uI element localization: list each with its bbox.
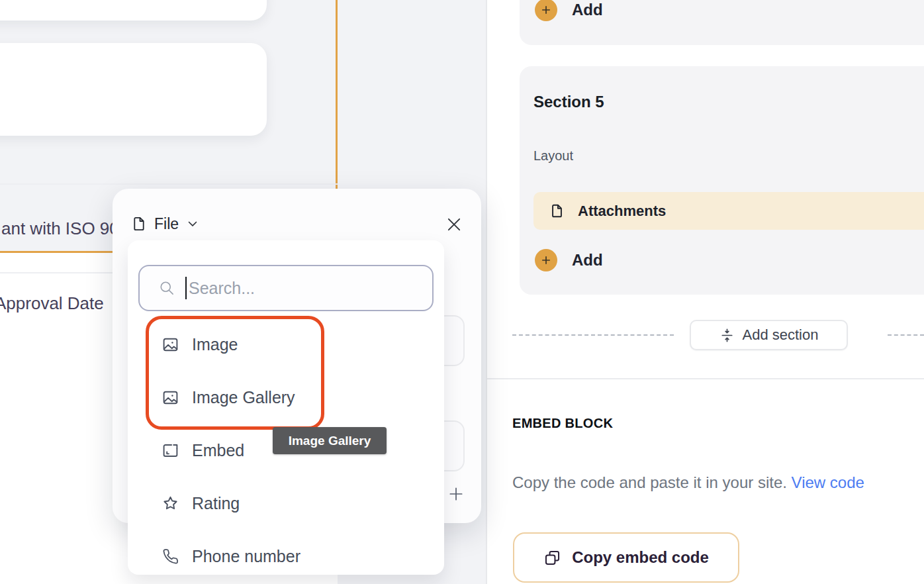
search-box [138, 265, 434, 311]
add-field-button[interactable]: Add [535, 0, 603, 21]
menu-item-rating[interactable]: Rating [128, 477, 444, 530]
plus-circle-icon [535, 0, 557, 21]
field-type-dropdown: Image Image Gallery Embed Rating [128, 240, 444, 575]
tooltip: Image Gallery [273, 427, 387, 454]
embed-block-description: Copy the code and paste it in your site.… [512, 473, 864, 492]
field-row-divider [0, 183, 338, 185]
description-text: Copy the code and paste it in your site. [512, 473, 792, 491]
horizontal-divider [487, 378, 924, 379]
menu-item-label: Image Gallery [192, 388, 295, 407]
tooltip-text: Image Gallery [289, 434, 371, 448]
section-title: Section 5 [533, 93, 604, 111]
field-row-label[interactable]: Approval Date [0, 293, 104, 314]
dashed-divider [888, 334, 924, 336]
image-icon [162, 336, 179, 354]
star-icon [162, 495, 179, 512]
search-input[interactable] [187, 279, 432, 298]
attachments-label: Attachments [578, 203, 666, 220]
attachments-field-item[interactable]: Attachments [533, 192, 924, 230]
section-border-line [336, 0, 338, 189]
sections-panel: Add Section 5 Layout Attachments Add Add… [487, 0, 924, 584]
menu-item-label: Phone number [192, 547, 300, 566]
embed-icon [162, 442, 179, 460]
search-icon [158, 279, 176, 297]
plus-circle-icon [535, 249, 557, 271]
menu-item-image[interactable]: Image [128, 318, 444, 371]
embed-block-heading: EMBED BLOCK [512, 416, 613, 431]
copy-embed-code-label: Copy embed code [572, 548, 709, 567]
dashed-divider [512, 334, 674, 336]
layout-label: Layout [533, 148, 573, 164]
menu-item-label: Rating [192, 494, 240, 513]
menu-item-label: Image [192, 335, 238, 354]
phone-icon [162, 548, 179, 565]
canvas-card[interactable] [0, 43, 267, 136]
file-icon [131, 216, 147, 232]
field-row-label[interactable]: ant with ISO 900 [1, 219, 128, 239]
add-field-button[interactable]: Add [535, 249, 603, 271]
field-type-label: File [154, 215, 179, 233]
add-label: Add [572, 1, 603, 19]
file-icon [549, 203, 565, 219]
canvas-card[interactable] [0, 0, 267, 21]
copy-icon [543, 549, 561, 567]
add-section-button[interactable]: Add section [690, 320, 848, 350]
menu-item-image-gallery[interactable]: Image Gallery [128, 371, 444, 424]
field-type-selector[interactable]: File [131, 214, 199, 234]
add-label: Add [572, 251, 603, 269]
insert-section-icon [719, 328, 735, 343]
plus-icon[interactable] [447, 485, 465, 503]
copy-embed-code-button[interactable]: Copy embed code [513, 532, 739, 583]
add-section-label: Add section [743, 326, 819, 344]
image-gallery-icon [162, 389, 179, 407]
menu-item-label: Embed [192, 441, 244, 460]
view-code-link[interactable]: View code [792, 473, 864, 491]
close-icon[interactable] [445, 216, 463, 233]
menu-item-phone-number[interactable]: Phone number [128, 530, 444, 583]
chevron-down-icon [186, 217, 199, 230]
field-editor-popover: File Image [113, 189, 481, 523]
